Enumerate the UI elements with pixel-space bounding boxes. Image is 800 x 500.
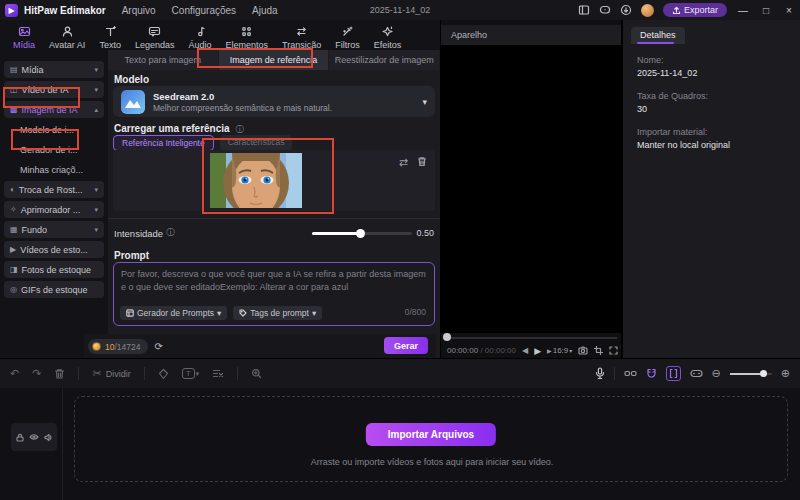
tab-imagem-de-referencia[interactable]: Imagem de referência: [219, 50, 330, 70]
delete-icon[interactable]: [54, 368, 65, 380]
layout-icon[interactable]: [578, 4, 590, 16]
transition-icon: [295, 25, 308, 38]
info-icon[interactable]: ⓘ: [166, 227, 175, 239]
reference-image[interactable]: [210, 153, 302, 208]
fullscreen-icon[interactable]: [609, 346, 618, 355]
play-icon[interactable]: ▶: [534, 346, 541, 356]
model-selector[interactable]: Seedream 2.0 Melhor compreensão semântic…: [113, 86, 435, 117]
previous-frame-icon[interactable]: ◀: [522, 346, 528, 355]
chevron-down-icon: ▾: [94, 86, 98, 94]
menu-ajuda[interactable]: Ajuda: [252, 5, 278, 16]
delete-image-icon[interactable]: [417, 156, 427, 169]
scrubber-handle[interactable]: [443, 333, 451, 341]
maximize-button[interactable]: □: [759, 5, 773, 16]
menu-configuracoes[interactable]: Configurações: [172, 5, 236, 16]
sidebar-item-minhas-criacoes[interactable]: Minhas criaçõ...: [4, 161, 104, 178]
zoom-slider-handle[interactable]: [760, 370, 767, 377]
crop-icon[interactable]: [594, 346, 603, 355]
sidebar-item-fundo[interactable]: ▦ Fundo ▾: [4, 221, 104, 238]
tab-efeitos[interactable]: Efeitos: [367, 25, 409, 50]
tab-texto-para-imagem[interactable]: Texto para imagem: [108, 50, 219, 70]
sidebar-item-imagem-de-ia[interactable]: ▩ Imagem de IA ▴: [4, 101, 104, 118]
info-icon[interactable]: ⓘ: [235, 124, 244, 134]
undo-icon[interactable]: ↶: [10, 367, 19, 380]
zoom-out-icon[interactable]: ⊖: [712, 367, 721, 380]
preview-viewport[interactable]: [441, 45, 621, 333]
tab-filtros[interactable]: Filtros: [328, 25, 367, 50]
avatar-ai-icon: [61, 25, 74, 38]
tab-transicao[interactable]: Transição: [275, 25, 328, 50]
zoom-tool-icon[interactable]: [251, 368, 262, 379]
sidebar-item-modelo-de-imagem[interactable]: Modelo de i...: [4, 121, 104, 138]
timeline-toolbar: ↶ ↷ ✂ Dividir T ▾: [0, 358, 800, 388]
tab-referencia-inteligente[interactable]: Referência Inteligente: [113, 135, 214, 151]
tab-legendas[interactable]: Legendas: [128, 25, 182, 50]
minimize-button[interactable]: —: [736, 5, 750, 16]
intensity-slider[interactable]: [312, 232, 412, 235]
prompt-generator-button[interactable]: Gerador de Prompts ▾: [120, 306, 227, 320]
track-height-icon[interactable]: [690, 369, 703, 378]
field-label-importar: Importar material:: [637, 126, 730, 139]
clear-props-icon[interactable]: [212, 368, 224, 379]
sidebar-item-midia[interactable]: ▤ Mídia ▾: [4, 61, 104, 78]
snapshot-icon[interactable]: [578, 346, 588, 355]
user-avatar[interactable]: [641, 4, 654, 17]
microphone-icon[interactable]: [595, 367, 605, 380]
document-title: 2025-11-14_02: [370, 5, 430, 15]
timeline-zoom-slider[interactable]: [730, 373, 772, 375]
refresh-icon[interactable]: ⟳: [154, 341, 162, 352]
download-icon[interactable]: [620, 4, 632, 16]
sidebar-item-fotos-de-estoque[interactable]: ◨ Fotos de estoque: [4, 261, 104, 278]
sidebar-item-gerador-de-imagem[interactable]: Gerador de i...: [4, 141, 104, 158]
sidebar-item-troca-de-rosto[interactable]: ◐ Troca de Rost... ▾: [4, 181, 104, 198]
split-button[interactable]: ✂ Dividir: [92, 367, 130, 380]
slider-handle[interactable]: [356, 229, 365, 238]
folder-icon: ▤: [10, 65, 18, 74]
redo-icon[interactable]: ↷: [32, 367, 41, 380]
lock-icon[interactable]: [16, 433, 24, 442]
reference-upload-area[interactable]: ⇄: [113, 150, 435, 211]
tab-detalhes[interactable]: Detalhes: [631, 27, 685, 44]
keyframe-icon[interactable]: [158, 368, 169, 380]
export-button[interactable]: Exportar: [663, 3, 727, 17]
link-tracks-icon[interactable]: [624, 369, 637, 378]
text-tool-icon[interactable]: T ▾: [182, 368, 199, 379]
import-files-button[interactable]: Importar Arquivos: [366, 423, 496, 446]
tab-audio[interactable]: Áudio: [181, 25, 218, 50]
tag-icon: [239, 309, 247, 317]
credits-badge[interactable]: 10/14724: [88, 339, 148, 354]
tab-avatar-ai[interactable]: Avatar AI: [42, 25, 92, 50]
tab-elementos[interactable]: Elementos: [218, 25, 275, 50]
aspect-ratio-dropdown[interactable]: ▶ 16:9 ▾: [547, 346, 572, 355]
chevron-down-icon: ▾: [94, 66, 98, 74]
field-value-importar: Manter no local original: [637, 139, 730, 152]
tab-midia[interactable]: Mídia: [6, 25, 42, 50]
generator-panel: Texto para imagem Imagem de referência R…: [108, 50, 440, 358]
sidebar-item-aprimorador[interactable]: ✧ Aprimorador ... ▾: [4, 201, 104, 218]
preview-controls: 00:00:00 / 00:00:00 ◀ ▶ ▶ 16:9 ▾: [441, 343, 621, 358]
menu-arquivo[interactable]: Arquivo: [122, 5, 156, 16]
media-drop-zone[interactable]: Importar Arquivos Arraste ou importe víd…: [74, 396, 788, 482]
mute-icon[interactable]: [44, 433, 53, 442]
prompt-tags-button[interactable]: Tags de prompt ▾: [233, 306, 322, 320]
tab-reestilizador-de-imagem[interactable]: Reestilizador de imagem: [329, 50, 440, 70]
effects-icon: [381, 25, 394, 38]
magnet-icon[interactable]: [646, 368, 657, 379]
close-button[interactable]: ×: [782, 5, 796, 16]
auto-ripple-icon[interactable]: [666, 366, 681, 381]
zoom-in-icon[interactable]: ⊕: [781, 367, 790, 380]
replace-image-icon[interactable]: ⇄: [399, 156, 408, 169]
sidebar-item-gifs-de-estoque[interactable]: ◎ GIFs de estoque: [4, 281, 104, 298]
titlebar: ▶ HitPaw Edimakor Arquivo Configurações …: [0, 0, 800, 20]
feedback-icon[interactable]: [599, 4, 611, 16]
tab-caracteristicas[interactable]: Características: [220, 135, 293, 151]
prompt-input[interactable]: Por favor, descreva o que você quer que …: [113, 262, 435, 326]
sidebar-item-videos-de-estoque[interactable]: ▶ Vídeos de esto...: [4, 241, 104, 258]
generate-button[interactable]: Gerar: [384, 337, 428, 354]
tab-texto[interactable]: Texto: [92, 25, 128, 50]
preview-scrubber[interactable]: [445, 337, 617, 339]
sidebar-item-video-de-ia[interactable]: ◫ Vídeo de IA ▾: [4, 81, 104, 98]
text-icon: [104, 25, 117, 38]
chevron-down-icon: ▾: [422, 97, 427, 107]
eye-icon[interactable]: [29, 433, 39, 441]
